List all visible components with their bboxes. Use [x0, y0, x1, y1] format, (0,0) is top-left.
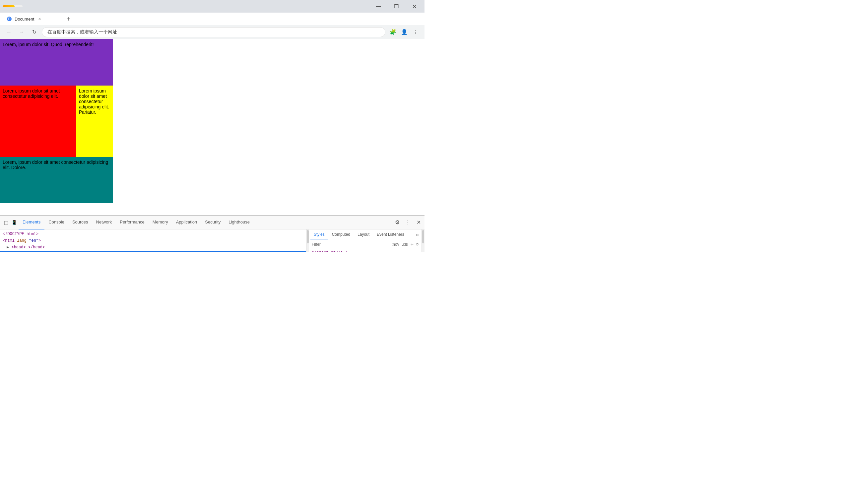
styles-scrollbar[interactable]: [422, 230, 424, 252]
back-button[interactable]: ←: [4, 27, 14, 37]
styles-tab-bar: Styles Computed Layout Event Listeners »: [309, 230, 421, 240]
style-selector-element[interactable]: element.style {: [312, 250, 419, 252]
styles-tab-styles[interactable]: Styles: [310, 230, 328, 239]
window-controls: — ❐ ✕: [371, 1, 422, 12]
styles-panel: Styles Computed Layout Event Listeners »…: [309, 230, 422, 252]
address-bar[interactable]: [42, 27, 385, 37]
styles-filter-bar: :hov .cls + ↺: [309, 240, 421, 249]
dom-head[interactable]: ▶ <head>…</head>: [0, 244, 306, 251]
svg-text:D: D: [8, 17, 10, 21]
styles-filter-input[interactable]: [312, 242, 390, 247]
extensions-button[interactable]: 🧩: [388, 27, 398, 37]
dom-html[interactable]: <html lang="en">: [0, 237, 306, 244]
devtools-body: <!DOCTYPE html> <html lang="en"> ▶ <head…: [0, 230, 424, 252]
devtools-panel: ⬚ 📱 Elements Console Sources Network Per…: [0, 215, 424, 252]
dom-doctype[interactable]: <!DOCTYPE html>: [0, 231, 306, 237]
styles-tab-expand-button[interactable]: »: [415, 231, 420, 238]
minimize-button[interactable]: —: [371, 1, 386, 12]
item-b: Lorem, ipsum dolor sit amet consectetur …: [0, 86, 76, 157]
device-toolbar-button[interactable]: 📱: [11, 219, 17, 226]
tab-favicon: D: [7, 16, 12, 21]
nav-bar: ← → ↻ 🧩 👤 ⋮: [0, 25, 424, 39]
tab-performance[interactable]: Performance: [116, 216, 148, 230]
tab-security[interactable]: Security: [201, 216, 224, 230]
refresh-button[interactable]: ↻: [29, 27, 39, 37]
menu-button[interactable]: ⋮: [411, 27, 420, 37]
grid-container: Lorem, ipsum dolor sit. Quod, reprehende…: [0, 39, 113, 203]
browser-window: — ❐ ✕ D Document × + ← → ↻ 🧩 👤 ⋮ Lorem: [0, 0, 424, 252]
tab-title: Document: [15, 17, 34, 21]
maximize-button[interactable]: ❐: [389, 1, 404, 12]
devtools-tab-bar: ⬚ 📱 Elements Console Sources Network Per…: [0, 216, 424, 230]
active-tab[interactable]: D Document ×: [3, 14, 62, 24]
hov-toggle[interactable]: :hov: [392, 242, 399, 247]
tab-application[interactable]: Application: [172, 216, 201, 230]
styles-filter-actions: :hov .cls + ↺: [392, 241, 419, 247]
devtools-settings-button[interactable]: ⚙: [393, 218, 402, 227]
styles-tab-event-listeners[interactable]: Event Listeners: [374, 230, 408, 239]
devtools-more-button[interactable]: ⋮: [403, 218, 413, 227]
cls-toggle[interactable]: .cls: [402, 242, 408, 247]
styles-tab-layout[interactable]: Layout: [354, 230, 373, 239]
add-rule-button[interactable]: +: [411, 241, 414, 247]
page-content: Lorem, ipsum dolor sit. Quod, reprehende…: [0, 39, 424, 215]
forward-button[interactable]: →: [17, 27, 26, 37]
item-a: Lorem, ipsum dolor sit. Quod, reprehende…: [0, 39, 113, 86]
close-button[interactable]: ✕: [407, 1, 422, 12]
profile-button[interactable]: 👤: [399, 27, 409, 37]
dom-body[interactable]: ▼ <body>== $0: [0, 251, 306, 252]
styles-tab-computed[interactable]: Computed: [329, 230, 354, 239]
refresh-icon[interactable]: ↺: [416, 242, 419, 247]
item-c: Lorem ipsum dolor sit amet consectetur a…: [76, 86, 113, 157]
tab-sources[interactable]: Sources: [68, 216, 92, 230]
tab-elements[interactable]: Elements: [19, 216, 44, 230]
title-bar: — ❐ ✕: [0, 0, 424, 13]
nav-right-icons: 🧩 👤 ⋮: [388, 27, 420, 37]
tab-bar: D Document × +: [0, 13, 424, 25]
new-tab-button[interactable]: +: [64, 14, 73, 23]
dom-panel-wrapper: <!DOCTYPE html> <html lang="en"> ▶ <head…: [0, 230, 309, 252]
style-rule-element: element.style { }: [312, 250, 419, 252]
devtools-close-button[interactable]: ✕: [414, 218, 423, 227]
inspect-element-button[interactable]: ⬚: [3, 219, 9, 226]
dom-scrollbar[interactable]: [306, 230, 309, 252]
styles-content: element.style { } body { user agent styl…: [309, 249, 421, 252]
dom-panel[interactable]: <!DOCTYPE html> <html lang="en"> ▶ <head…: [0, 230, 306, 252]
item-d: Lorem, ipsum dolor sit amet consectetur …: [0, 157, 113, 203]
styles-scrollbar-thumb: [422, 230, 424, 244]
tab-console[interactable]: Console: [44, 216, 68, 230]
tab-lighthouse[interactable]: Lighthouse: [224, 216, 254, 230]
dom-scrollbar-thumb: [307, 230, 309, 244]
loading-fill: [3, 5, 15, 7]
devtools-icons: ⚙ ⋮ ✕: [393, 218, 423, 227]
tab-network[interactable]: Network: [92, 216, 116, 230]
tab-close-button[interactable]: ×: [37, 16, 42, 21]
loading-bar: [3, 5, 22, 7]
tab-memory[interactable]: Memory: [149, 216, 172, 230]
